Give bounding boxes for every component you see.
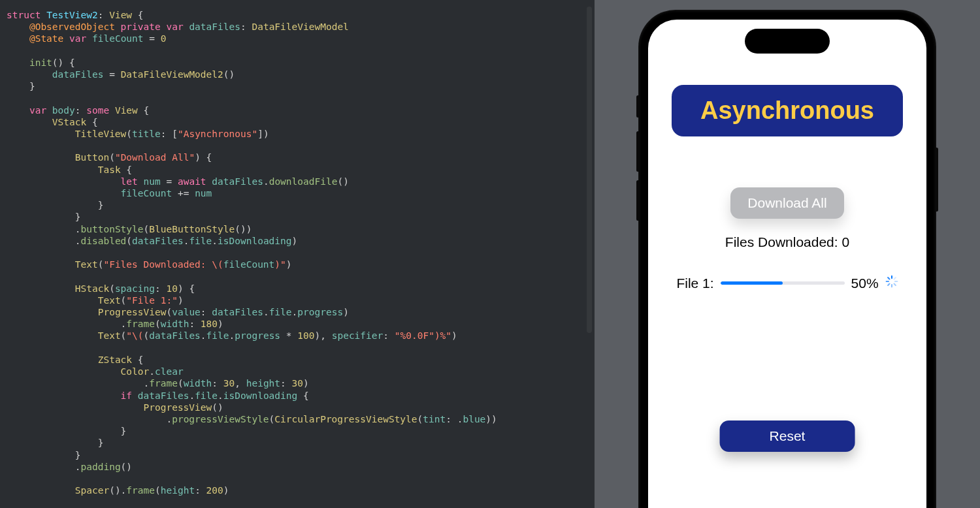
- phone-screen: Asynchronous Download All Files Download…: [648, 20, 926, 508]
- code-editor[interactable]: struct TestView2: View { @ObservedObject…: [0, 0, 595, 508]
- canvas-preview: Asynchronous Download All Files Download…: [595, 0, 980, 508]
- progress-percent-text: 50%: [851, 276, 879, 291]
- svg-line-3: [894, 284, 895, 285]
- phone-button-power: [935, 148, 938, 212]
- file-label: File 1:: [676, 276, 713, 291]
- svg-line-5: [888, 284, 889, 285]
- reset-button[interactable]: Reset: [720, 421, 855, 452]
- progress-bar: [721, 281, 845, 285]
- download-all-label: Download All: [747, 195, 826, 210]
- download-all-button[interactable]: Download All: [730, 187, 843, 219]
- dynamic-island: [745, 29, 830, 54]
- file-progress-row: File 1: 50%: [676, 275, 898, 291]
- progress-fill: [721, 281, 783, 285]
- phone-button-vol-down: [636, 180, 640, 221]
- spinner-icon: [885, 275, 898, 291]
- phone-frame: Asynchronous Download All Files Download…: [639, 10, 936, 508]
- code-content: struct TestView2: View { @ObservedObject…: [7, 9, 595, 496]
- reset-label: Reset: [770, 428, 806, 443]
- files-downloaded-text: Files Downloaded: 0: [725, 234, 849, 250]
- phone-button-vol-up: [636, 131, 640, 172]
- title-text: Asynchronous: [700, 97, 874, 124]
- svg-line-1: [894, 278, 895, 279]
- phone-button-silence: [636, 95, 640, 118]
- svg-line-7: [888, 278, 889, 279]
- app-content: Asynchronous Download All Files Download…: [648, 20, 926, 508]
- scrollbar[interactable]: [587, 7, 592, 333]
- title-view: Asynchronous: [672, 85, 903, 136]
